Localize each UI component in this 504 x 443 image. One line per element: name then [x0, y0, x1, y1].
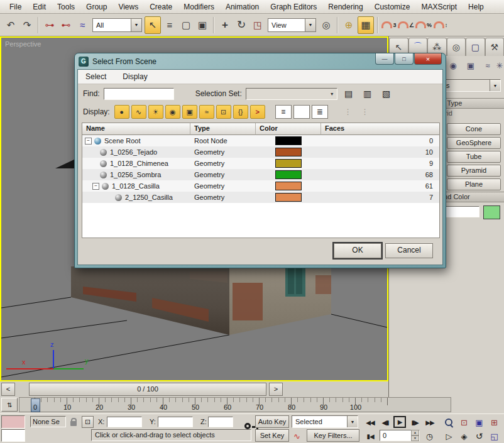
auto-key-button[interactable]: Auto Key	[255, 415, 289, 428]
select-and-manipulate-icon[interactable]: ⊕	[341, 17, 356, 33]
detail-view-icon[interactable]: ≣	[312, 105, 328, 119]
rectangular-region-icon[interactable]: ▢	[178, 17, 194, 33]
dropdown-arrow-icon[interactable]: ▼	[131, 19, 141, 31]
next-frame-icon[interactable]: ▮▶	[408, 417, 421, 428]
selection-lock-icon[interactable]	[70, 421, 77, 426]
macro-recorder-panel[interactable]	[1, 415, 25, 429]
display-xrefs-icon[interactable]: {}	[233, 105, 248, 119]
maximize-icon[interactable]: □	[395, 53, 414, 65]
menu-file[interactable]: File	[4, 1, 27, 13]
unlink-selection-icon[interactable]: ⊷	[58, 17, 74, 33]
menu-group[interactable]: Group	[80, 1, 112, 13]
table-row[interactable]: 1_0256_Tejado Geometry 10	[82, 146, 439, 158]
zoom-extents-all-icon[interactable]: ⊞	[488, 416, 500, 429]
tube-button[interactable]: Tube	[447, 151, 501, 163]
cameras-category-icon[interactable]: ◉	[447, 59, 459, 72]
select-and-move-icon[interactable]: +	[217, 17, 233, 33]
viewport-label[interactable]: Perspective	[5, 40, 41, 48]
display-lights-icon[interactable]: ☀	[148, 105, 163, 119]
minimize-icon[interactable]: —	[375, 53, 394, 65]
column-type[interactable]: Type	[190, 123, 256, 135]
set-keys-key-icon[interactable]	[244, 423, 251, 429]
zoom-all-icon[interactable]: ⊡	[457, 416, 470, 429]
percent-snap-icon[interactable]: %	[415, 17, 432, 33]
color-swatch[interactable]	[275, 148, 302, 156]
menu-maxscript[interactable]: MAXScript	[415, 1, 463, 13]
select-by-name-icon[interactable]: ≡	[162, 17, 177, 33]
spinner-snap-icon[interactable]: ↕	[433, 17, 448, 33]
select-and-link-icon[interactable]: ⊶	[42, 17, 57, 33]
dialog-menu-select[interactable]: Select	[85, 72, 106, 81]
expander-icon[interactable]: −	[92, 183, 99, 190]
table-row[interactable]: 1_0256_Sombra Geometry 68	[82, 169, 439, 180]
column-faces[interactable]: Faces	[321, 123, 439, 135]
zoom-icon[interactable]	[442, 416, 455, 429]
default-in-out-tangent-icon[interactable]: ∿	[290, 430, 303, 442]
save-selection-set-icon[interactable]: ▤	[341, 87, 356, 100]
ok-button[interactable]: OK	[334, 243, 381, 258]
reference-coordinate-dropdown[interactable]: View ▼	[268, 18, 316, 32]
helpers-category-icon[interactable]: ▣	[464, 59, 477, 72]
cone-button[interactable]: Cone	[447, 123, 501, 135]
use-pivot-center-icon[interactable]: ◎	[319, 17, 334, 33]
snap-3d-icon[interactable]: 3	[381, 17, 397, 33]
menu-views[interactable]: Views	[112, 1, 144, 13]
go-to-start-icon[interactable]: ◀◀	[363, 417, 377, 428]
track-bar-ruler[interactable]: 0 10 20 30 40 50 60 70 80 90 100	[19, 397, 451, 412]
x-coord-field[interactable]	[107, 417, 142, 427]
color-swatch[interactable]	[275, 159, 302, 168]
mini-curve-editor-icon[interactable]: ⇅	[1, 398, 18, 412]
menu-graph-editors[interactable]: Graph Editors	[265, 1, 322, 13]
dialog-title-bar[interactable]: G Select From Scene — □ ×	[77, 53, 443, 69]
geosphere-button[interactable]: GeoSphere	[447, 137, 501, 149]
display-geometry-icon[interactable]: ●	[114, 105, 129, 119]
display-helpers-icon[interactable]: ▣	[182, 105, 197, 119]
display-shapes-icon[interactable]: ∿	[131, 105, 146, 119]
table-row[interactable]: − Scene Root Root Node 0	[82, 135, 439, 146]
table-row[interactable]: − 1_0128_Casilla Geometry 61	[82, 180, 439, 192]
object-color-swatch[interactable]	[483, 205, 500, 219]
menu-customize[interactable]: Customize	[369, 1, 416, 13]
maxscript-listener-panel[interactable]	[1, 429, 25, 442]
arc-rotate-icon[interactable]: ↺	[473, 430, 485, 442]
menu-rendering[interactable]: Rendering	[322, 1, 368, 13]
systems-category-icon[interactable]: ✳	[493, 59, 504, 72]
play-button-icon[interactable]: ▶	[393, 416, 406, 428]
y-coord-field[interactable]	[158, 417, 193, 427]
cancel-button[interactable]: Cancel	[385, 243, 433, 258]
select-object-icon[interactable]: ↖	[145, 16, 161, 34]
list-view-icon[interactable]: ≡	[275, 105, 292, 119]
table-row[interactable]: 2_1250_Casilla Geometry 7	[82, 192, 439, 203]
bind-to-spacewarp-icon[interactable]: ≈	[75, 17, 90, 33]
expander-icon[interactable]: −	[85, 138, 92, 145]
field-of-view-icon[interactable]: ▷	[442, 430, 455, 442]
color-swatch[interactable]	[275, 182, 302, 190]
zoom-extents-icon[interactable]: ▣	[473, 416, 485, 429]
dialog-menu-display[interactable]: Display	[123, 72, 147, 81]
menu-edit[interactable]: Edit	[27, 1, 52, 13]
plane-button[interactable]: Plane	[447, 178, 501, 190]
time-configuration-icon[interactable]: ◷	[424, 430, 435, 442]
select-and-scale-icon[interactable]: ◳	[250, 17, 265, 33]
time-slider-handle[interactable]: 0 / 100	[29, 383, 266, 396]
snaps-toggle-icon[interactable]: ▦	[358, 16, 374, 34]
z-coord-field[interactable]	[208, 417, 233, 427]
display-bones-icon[interactable]: >	[250, 105, 265, 119]
select-and-rotate-icon[interactable]: ↻	[234, 17, 249, 33]
maximize-viewport-icon[interactable]: ◱	[488, 430, 500, 442]
motion-tab-icon[interactable]: ◎	[447, 38, 466, 56]
frame-spinner[interactable]: ▲▼	[411, 430, 419, 440]
time-slider-prev-icon[interactable]: <	[1, 383, 15, 396]
time-slider-next-icon[interactable]: >	[269, 383, 283, 396]
selection-set-dropdown[interactable]: ▼	[246, 88, 337, 100]
display-groups-icon[interactable]: ⊡	[216, 105, 231, 119]
pyramid-button[interactable]: Pyramid	[447, 165, 501, 177]
redo-icon[interactable]: ↷	[19, 17, 35, 33]
dropdown-arrow-icon[interactable]: ▼	[305, 19, 315, 31]
key-set-dropdown[interactable]: Selected ▼	[292, 415, 358, 428]
dropdown-arrow-icon[interactable]: ▼	[330, 92, 334, 96]
menu-tools[interactable]: Tools	[52, 1, 80, 13]
menu-modifiers[interactable]: Modifiers	[178, 1, 220, 13]
menu-help[interactable]: Help	[463, 1, 490, 13]
add-selection-set-icon[interactable]: ▥	[360, 87, 375, 100]
